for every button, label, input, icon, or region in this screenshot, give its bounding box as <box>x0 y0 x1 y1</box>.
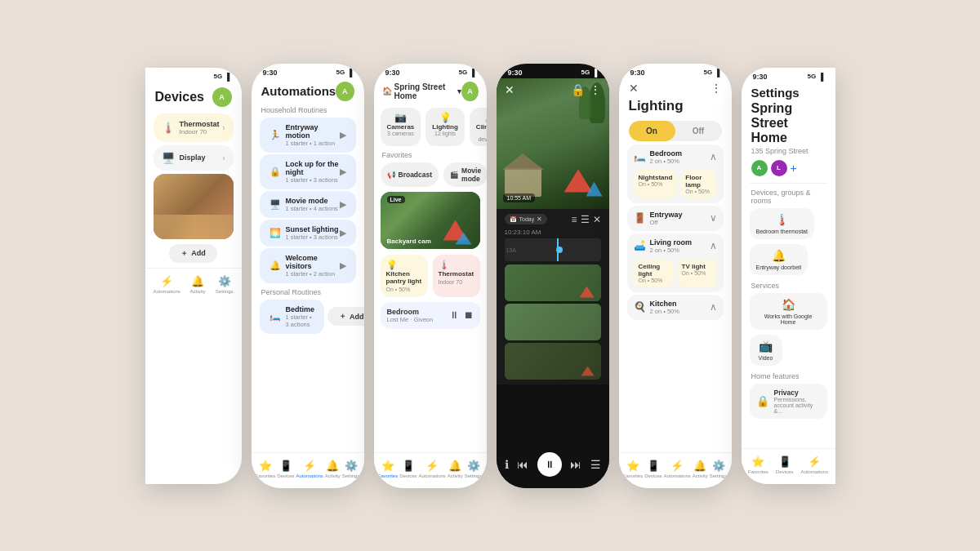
nav-favorites-6[interactable]: ⭐ Favorites <box>748 455 768 474</box>
nav-automations-1[interactable]: ⚡ Automations <box>153 275 180 294</box>
nav-favorites-2[interactable]: ⭐ Favorites <box>255 460 275 478</box>
battery-2: ▐ <box>347 69 352 77</box>
nav-devices-6[interactable]: 📱 Devices <box>776 455 793 474</box>
nav-settings-1[interactable]: ⚙️ Settings <box>216 275 234 294</box>
today-x[interactable]: ✕ <box>537 216 542 223</box>
play-btn-welcome[interactable]: ▶ <box>340 260 346 271</box>
entryway-expand[interactable]: ∨ <box>710 212 717 224</box>
nav-devices-3[interactable]: 📱 Devices <box>399 460 416 478</box>
display-card[interactable]: 🖥️ Display › <box>154 145 234 171</box>
nav-devices-5[interactable]: 📱 Devices <box>644 460 662 478</box>
climate-chip[interactable]: 🌡️ Climate 2 devices <box>470 108 487 146</box>
nav-automations-5[interactable]: ⚡ Automations <box>663 460 690 478</box>
auto-item-movie[interactable]: 🖥️ Movie mode 1 starter • 4 actions ▶ <box>260 191 356 218</box>
floor-lamp-tile[interactable]: Floor lamp On • 50% <box>680 170 716 198</box>
ceiling-light-tile[interactable]: Ceiling light On • 50% <box>634 259 674 287</box>
nightstand-tile[interactable]: Nightstand On • 50% <box>634 170 678 198</box>
camera-menu-icon[interactable]: ⋮ <box>590 83 601 96</box>
toggle-on[interactable]: On <box>629 121 675 141</box>
display-chevron: › <box>222 153 225 162</box>
broadcast-chip[interactable]: 📢 Broadcast <box>381 162 439 187</box>
timeline-bar[interactable]: 10A <box>505 238 601 261</box>
prev-btn[interactable]: ⏮ <box>517 458 528 471</box>
next-btn[interactable]: ⏭ <box>570 458 581 471</box>
today-label: Today <box>519 216 535 222</box>
nav-settings-2[interactable]: ⚙️ Settings <box>342 460 360 478</box>
room-living-header[interactable]: 🛋️ Living room 2 on • 50% ∧ <box>627 233 724 259</box>
nav-automations-3[interactable]: ⚡ Automations <box>418 460 445 478</box>
bedtime-row[interactable]: 🛏️ Bedtime 1 starter • 3 actions ＋ Add <box>260 300 356 334</box>
auto-item-welcome[interactable]: 🔔 Welcome visitors 1 starter • 2 action … <box>260 248 356 283</box>
add-member-button[interactable]: + <box>791 162 797 175</box>
bedroom-music-tile[interactable]: Bedroom Lost Me · Giveon ⏸ ⏹ <box>381 302 480 329</box>
living-tiles: Ceiling light On • 50% TV light On • 50% <box>627 259 724 292</box>
close-lighting[interactable]: ✕ <box>629 82 639 95</box>
pause-btn[interactable]: ⏸ <box>449 309 459 321</box>
google-home-tile[interactable]: 🏠 Works with Google Home <box>750 293 827 330</box>
status-bar-1: 5G ▐ <box>145 68 242 82</box>
nav-devices-2[interactable]: 📱 Devices <box>277 460 294 478</box>
nav-activity-2[interactable]: 🔔 Activity <box>325 460 341 478</box>
nav-automations-2[interactable]: ⚡ Automations <box>296 460 323 478</box>
privacy-row[interactable]: 🔒 Privacy Permissions, account activity … <box>750 384 827 419</box>
thermostat-tile[interactable]: 🌡️ Thermostat Indoor 70 <box>433 255 480 297</box>
entryway-doorbell-tile[interactable]: 🔔 Entryway doorbell <box>750 244 808 275</box>
thermostat-label: Thermostat <box>180 120 220 128</box>
bedroom-expand[interactable]: ∧ <box>710 151 717 162</box>
cameras-chip[interactable]: 📷 Cameras 3 cameras <box>381 108 421 146</box>
settings-icon-2: ⚙️ <box>345 460 358 472</box>
lighting-chip[interactable]: 💡 Lighting 12 lights <box>425 108 465 146</box>
play-btn-sunset[interactable]: ▶ <box>340 228 346 238</box>
nav-settings-3[interactable]: ⚙️ Settings <box>465 460 483 478</box>
play-btn-entryway[interactable]: ▶ <box>340 130 346 140</box>
auto-item-lock[interactable]: 🔒 Lock up for the night 1 starter • 3 ac… <box>260 154 356 189</box>
backyard-cam-feed[interactable]: Live Backyard cam <box>381 192 480 249</box>
thumb-3[interactable] <box>505 343 601 380</box>
movie-mode-chip[interactable]: 🎬 Movie mode <box>443 162 486 187</box>
video-tile[interactable]: 📺 Video <box>750 335 782 366</box>
nav-activity-3[interactable]: 🔔 Activity <box>448 460 463 478</box>
close-button-dark[interactable]: ✕ <box>505 83 514 96</box>
bedroom-thermostat-tile[interactable]: 🌡️ Bedroom thermostat <box>750 208 814 239</box>
services-label: Services <box>742 278 835 291</box>
list-icon[interactable]: ☰ <box>581 214 590 225</box>
user-avatar-3[interactable]: A <box>461 82 478 101</box>
stop-btn[interactable]: ⏹ <box>464 309 474 321</box>
play-pause-button[interactable]: ⏸ <box>537 452 562 477</box>
nav-activity-5[interactable]: 🔔 Activity <box>693 460 708 478</box>
add-automation-button[interactable]: ＋ Add <box>327 307 363 326</box>
thumb-1[interactable] <box>505 264 601 301</box>
nav-favorites-5[interactable]: ⭐ Favorites <box>622 460 643 478</box>
add-button[interactable]: ＋ Add <box>169 244 217 263</box>
info-icon[interactable]: ℹ <box>505 458 509 471</box>
more-lighting[interactable]: ⋮ <box>710 82 722 95</box>
toggle-off[interactable]: Off <box>675 121 722 141</box>
bedroom-sub: Lost Me · Giveon <box>387 316 434 323</box>
nav-favorites-3[interactable]: ⭐ Favorites <box>377 460 398 478</box>
nav-label-favorites-2: Favorites <box>255 473 275 478</box>
room-bedroom-header[interactable]: 🛏️ Bedroom 2 on • 50% ∧ <box>627 144 724 170</box>
living-expand[interactable]: ∧ <box>710 240 717 251</box>
user-avatar-2[interactable]: A <box>336 82 354 101</box>
thermostat-card[interactable]: 🌡️ Thermostat Indoor 70 › <box>154 113 234 142</box>
today-badge[interactable]: 📅 Today ✕ <box>505 214 548 224</box>
home-title: 🏠 Spring Street Home ▾ <box>382 82 462 100</box>
auto-item-sunset[interactable]: 🌅 Sunset lighting 1 starter • 3 actions … <box>260 220 356 247</box>
auto-item-bedtime[interactable]: 🛏️ Bedtime 1 starter • 3 actions <box>260 300 325 334</box>
nav-activity-1[interactable]: 🔔 Activity <box>190 275 206 294</box>
play-btn-movie[interactable]: ▶ <box>340 199 346 210</box>
user-avatar-1[interactable]: A <box>212 87 232 107</box>
thumb-2[interactable] <box>505 304 601 340</box>
close-timeline-icon[interactable]: ✕ <box>593 214 601 225</box>
menu-btn[interactable]: ☰ <box>590 458 601 471</box>
play-btn-lock[interactable]: ▶ <box>340 167 346 177</box>
grid-icon[interactable]: ≡ <box>571 214 577 225</box>
room-kitchen-header[interactable]: 🍳 Kitchen 2 on • 50% ∧ <box>627 295 724 320</box>
kitchen-expand[interactable]: ∧ <box>710 301 717 313</box>
kitchen-light-tile[interactable]: 💡 Kitchen pantry light On • 50% <box>381 255 428 297</box>
room-entryway-header[interactable]: 🚪 Entryway Off ∨ <box>627 206 724 231</box>
auto-item-entryway[interactable]: 🏃 Entryway motion 1 starter • 1 action ▶ <box>260 118 356 153</box>
nav-automations-6[interactable]: ⚡ Automations <box>801 455 828 474</box>
nav-settings-5[interactable]: ⚙️ Settings <box>710 460 728 478</box>
tv-light-tile[interactable]: TV light On • 50% <box>677 259 717 287</box>
